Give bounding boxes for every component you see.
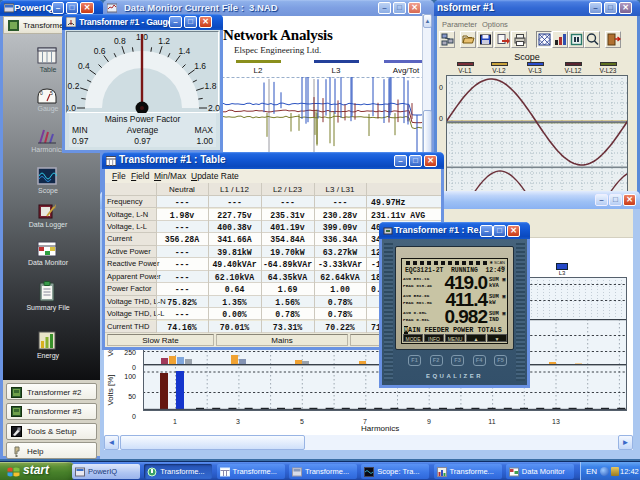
svg-text:0.6: 0.6 bbox=[94, 46, 106, 56]
svg-text:5: 5 bbox=[50, 90, 53, 96]
svg-text:0.8: 0.8 bbox=[114, 36, 126, 46]
svg-text:0.2: 0.2 bbox=[68, 81, 80, 91]
svg-text:1.6: 1.6 bbox=[194, 61, 206, 71]
svg-text:1.4: 1.4 bbox=[178, 46, 190, 56]
svg-text:1.8: 1.8 bbox=[205, 81, 217, 91]
svg-text:1.2: 1.2 bbox=[158, 36, 170, 46]
svg-text:0.0: 0.0 bbox=[67, 103, 76, 113]
svg-text:0: 0 bbox=[40, 90, 43, 96]
svg-text:0.4: 0.4 bbox=[78, 61, 90, 71]
svg-text:2.0: 2.0 bbox=[208, 103, 220, 113]
